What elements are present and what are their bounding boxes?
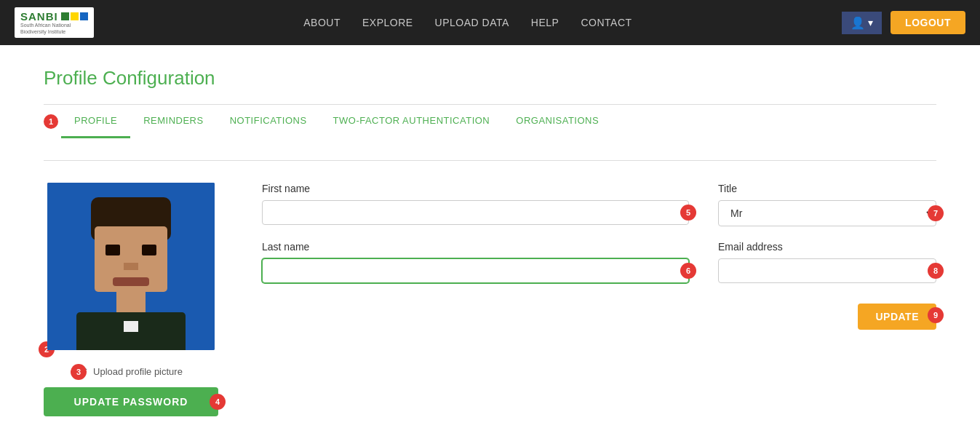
user-avatar-icon: 👤 bbox=[850, 16, 865, 30]
first-name-group: First name 5 bbox=[262, 183, 689, 226]
first-name-input[interactable] bbox=[262, 200, 689, 225]
brand-name: SANBI bbox=[20, 10, 58, 23]
update-password-button[interactable]: UPDATE PASSWORD bbox=[44, 387, 218, 416]
nav-explore[interactable]: EXPLORE bbox=[362, 17, 413, 28]
tab-reminders[interactable]: REMINDERS bbox=[130, 105, 217, 138]
profile-content: 2 bbox=[44, 183, 936, 416]
update-password-wrapper: 4 UPDATE PASSWORD bbox=[44, 387, 218, 416]
logo-sq-blue bbox=[80, 12, 88, 20]
profile-form: First name 5 Title 7 Mr Mrs Ms Dr bbox=[262, 183, 936, 330]
last-name-input[interactable] bbox=[262, 258, 689, 283]
tab-notifications[interactable]: NOTIFICATIONS bbox=[217, 105, 320, 138]
last-name-badge: 6 bbox=[680, 263, 696, 279]
avatar-container: 2 bbox=[47, 183, 215, 350]
nav-upload-data[interactable]: UPLOAD DATA bbox=[435, 17, 509, 28]
update-btn-wrapper: 9 UPDATE bbox=[858, 301, 936, 330]
form-row-2: Last name 6 Email address 8 bbox=[262, 241, 936, 283]
svg-rect-9 bbox=[124, 321, 138, 332]
password-badge: 4 bbox=[210, 394, 226, 410]
tab-profile-wrapper: 1 PROFILE bbox=[44, 105, 130, 138]
nav-about[interactable]: ABOUT bbox=[303, 17, 340, 28]
first-name-input-wrapper: 5 bbox=[262, 200, 689, 225]
main-content: Profile Configuration 1 PROFILE REMINDER… bbox=[0, 45, 980, 436]
chevron-down-icon: ▾ bbox=[868, 17, 873, 28]
upload-picture-label: Upload profile picture bbox=[93, 366, 183, 377]
title-label: Title bbox=[718, 183, 936, 194]
last-name-label: Last name bbox=[262, 241, 689, 253]
navbar-right: 👤 ▾ LOGOUT bbox=[842, 11, 965, 34]
title-select[interactable]: Mr Mrs Ms Dr Prof bbox=[718, 200, 936, 226]
last-name-input-wrapper: 6 bbox=[262, 258, 689, 283]
logout-button[interactable]: LOGOUT bbox=[891, 11, 965, 34]
tab-profile[interactable]: PROFILE bbox=[61, 105, 130, 138]
update-row: 9 UPDATE bbox=[262, 301, 936, 330]
email-label: Email address bbox=[718, 241, 936, 253]
email-badge: 8 bbox=[928, 263, 944, 279]
navbar: SANBI South African National Biodiversit… bbox=[0, 0, 980, 45]
brand-logo[interactable]: SANBI South African National Biodiversit… bbox=[15, 7, 94, 38]
email-group: Email address 8 bbox=[718, 241, 936, 283]
svg-rect-4 bbox=[142, 245, 156, 255]
nav-contact[interactable]: CONTACT bbox=[581, 17, 632, 28]
avatar bbox=[47, 183, 215, 350]
user-menu-button[interactable]: 👤 ▾ bbox=[842, 12, 882, 34]
email-input[interactable] bbox=[718, 258, 936, 283]
logo-sq-yellow bbox=[71, 12, 79, 20]
tab-organisations[interactable]: ORGANISATIONS bbox=[503, 105, 612, 138]
tab-profile-badge: 1 bbox=[44, 114, 58, 129]
upload-wrapper: 3 ⇧ Upload profile picture bbox=[79, 365, 183, 378]
title-select-wrapper: 7 Mr Mrs Ms Dr Prof bbox=[718, 200, 936, 226]
page-title: Profile Configuration bbox=[44, 67, 936, 90]
last-name-group: Last name 6 bbox=[262, 241, 689, 283]
svg-rect-5 bbox=[124, 263, 138, 270]
title-group: Title 7 Mr Mrs Ms Dr Prof bbox=[718, 183, 936, 226]
svg-rect-7 bbox=[116, 290, 146, 312]
title-badge: 7 bbox=[928, 205, 944, 221]
nav-help[interactable]: HELP bbox=[531, 17, 559, 28]
svg-rect-6 bbox=[113, 277, 149, 286]
svg-rect-3 bbox=[105, 245, 120, 255]
first-name-label: First name bbox=[262, 183, 689, 194]
logo-squares bbox=[61, 12, 88, 20]
profile-left-wrapper: 2 bbox=[44, 183, 218, 416]
brand-subtitle: South African National Biodiversity Inst… bbox=[20, 23, 79, 35]
first-name-badge: 5 bbox=[680, 205, 696, 221]
update-badge: 9 bbox=[928, 307, 944, 323]
update-button[interactable]: UPDATE bbox=[858, 304, 936, 330]
tabs: 1 PROFILE REMINDERS NOTIFICATIONS TWO-FA… bbox=[44, 105, 936, 138]
nav-links: ABOUT EXPLORE UPLOAD DATA HELP CONTACT bbox=[303, 17, 632, 28]
avatar-image bbox=[47, 183, 215, 350]
upload-badge: 3 bbox=[71, 364, 87, 380]
tabs-container: 1 PROFILE REMINDERS NOTIFICATIONS TWO-FA… bbox=[44, 105, 936, 161]
email-input-wrapper: 8 bbox=[718, 258, 936, 283]
upload-picture-link[interactable]: ⇧ Upload profile picture bbox=[79, 365, 183, 378]
form-row-1: First name 5 Title 7 Mr Mrs Ms Dr bbox=[262, 183, 936, 226]
logo-sq-green bbox=[61, 12, 69, 20]
profile-left: 2 bbox=[44, 183, 218, 416]
tab-2fa[interactable]: TWO-FACTOR AUTHENTICATION bbox=[320, 105, 503, 138]
